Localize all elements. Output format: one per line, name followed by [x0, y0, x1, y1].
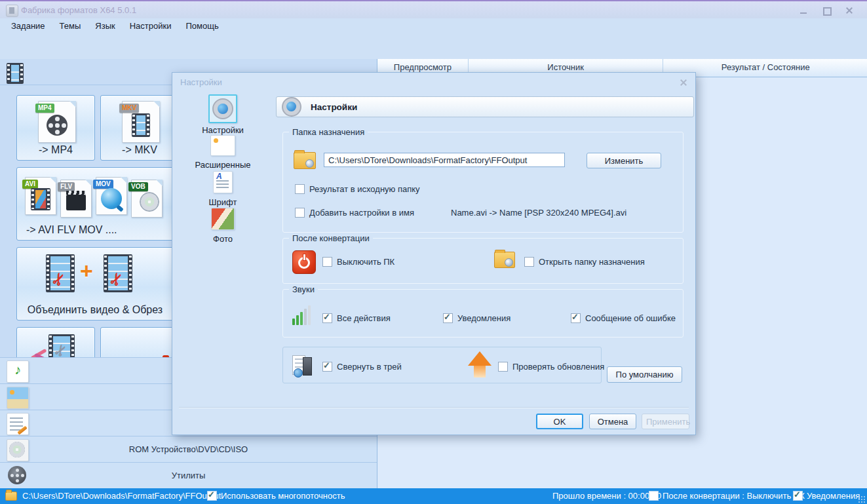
card-to-avi-flv-mov[interactable]: AVI FLV MOV VOB -> AVI FLV MOV .... [16, 167, 174, 241]
maximize-button[interactable] [817, 5, 836, 16]
nav-label: Шрифт [183, 197, 262, 207]
dialog-nav-font[interactable]: Шрифт [183, 171, 262, 207]
mkv-badge: MKV [119, 104, 139, 113]
output-path-input[interactable] [324, 153, 565, 167]
minimize-button[interactable] [794, 5, 813, 16]
power-off-icon [292, 250, 316, 274]
film-reel-icon [47, 115, 67, 136]
dialog-nav-photo[interactable]: Фото [183, 208, 262, 244]
folder-gear-icon [494, 252, 515, 268]
checkbox-icon[interactable] [295, 184, 305, 194]
menu-task[interactable]: Задание [4, 20, 52, 32]
checkbox-notifications[interactable]: Уведомления [443, 313, 511, 323]
disc-icon [140, 192, 159, 212]
statusbar: C:\Users\DTore\Downloads\FormatFactory\F… [0, 488, 867, 504]
statusbar-output-path[interactable]: C:\Users\DTore\Downloads\FormatFactory\F… [5, 491, 221, 501]
statusbar-multithread-checkbox[interactable]: Использовать многопоточность [207, 491, 345, 501]
checkbox-icon[interactable] [498, 362, 508, 372]
checkbox-icon[interactable] [322, 257, 332, 267]
titlebar[interactable]: Фабрика форматов X64 5.0.1 [0, 1, 867, 18]
avi-badge: AVI [22, 180, 38, 189]
cancel-button[interactable]: Отмена [589, 414, 636, 429]
menu-settings[interactable]: Настройки [123, 20, 179, 32]
checkbox-icon[interactable] [443, 313, 453, 323]
checkbox-icon[interactable] [793, 491, 803, 501]
checkbox-icon[interactable] [322, 362, 332, 372]
card-partial[interactable] [100, 327, 179, 357]
checkbox-all-actions[interactable]: Все действия [322, 313, 391, 323]
defaults-button[interactable]: По умолчанию [607, 366, 682, 383]
checkbox-check-updates[interactable]: Проверять обновления [498, 362, 604, 372]
window-title: Фабрика форматов X64 5.0.1 [21, 5, 136, 15]
sound-bars-icon [292, 305, 311, 325]
nav-label: Фото [183, 234, 262, 244]
clapperboard-icon [66, 195, 86, 210]
mov-badge: MOV [93, 180, 113, 189]
menu-language[interactable]: Язык [88, 20, 122, 32]
audio-note-icon [7, 360, 29, 383]
checkbox-icon[interactable] [207, 491, 217, 501]
change-button[interactable]: Изменить [587, 153, 661, 168]
dialog-nav-advanced[interactable]: Расширенные [183, 135, 262, 170]
group-label: После конвертации [289, 233, 373, 243]
menu-themes[interactable]: Темы [52, 20, 88, 32]
card-clip-video-partial[interactable] [16, 327, 95, 357]
checkbox-error-message[interactable]: Сообщение об ошибке [571, 313, 676, 323]
checkbox-open-output-folder[interactable]: Открыть папку назначения [524, 257, 645, 267]
checkbox-result-source-folder[interactable]: Результат в исходную папку [295, 184, 420, 194]
statusbar-shutdown-checkbox[interactable]: После конвертации : Выключить ПК [649, 491, 805, 501]
checkbox-icon[interactable] [571, 313, 581, 323]
checkbox-icon[interactable] [322, 313, 332, 323]
statusbar-notifications-checkbox[interactable]: Уведомления [793, 491, 860, 501]
after-conversion-group: После конвертации Выключить ПК Открыть п… [282, 238, 684, 284]
folder-gear-icon [294, 152, 316, 169]
resize-grip[interactable] [858, 496, 865, 503]
card-label: -> MP4 [17, 144, 94, 156]
picture-icon [210, 135, 235, 156]
checkbox-label: Сообщение об ошибке [585, 313, 676, 323]
checkbox-shutdown-pc[interactable]: Выключить ПК [322, 257, 395, 267]
menu-help[interactable]: Помощь [178, 20, 225, 32]
app-window: Фабрика форматов X64 5.0.1 Задание Темы … [0, 0, 867, 504]
card-label: -> AVI FLV MOV .... [17, 224, 173, 236]
flv-badge: FLV [58, 182, 75, 191]
checkbox-icon[interactable] [649, 491, 659, 501]
card-to-mkv[interactable]: MKV -> MKV [100, 95, 179, 161]
picture-icon [7, 387, 29, 409]
settings-dialog: Настройки Настройки Расширенные Шрифт Фо… [172, 72, 696, 435]
category-label: ROM Устройство\DVD\CD\ISO [0, 444, 377, 454]
divider [179, 407, 689, 408]
checkbox-add-settings-name[interactable]: Добавить настройки в имя [295, 208, 414, 218]
plus-icon [80, 258, 93, 284]
dialog-header-title: Настройки [311, 102, 357, 112]
category-rom-device[interactable]: ROM Устройство\DVD\CD\ISO [0, 436, 377, 463]
dialog-close-button[interactable] [678, 78, 689, 87]
mkv-file-icon: MKV [122, 101, 160, 143]
statusbar-elapsed-time: Прошло времени : 00:00:00 [552, 491, 661, 501]
sample-label: Name.avi -> Name [PSP 320x240 MPEG4].avi [451, 208, 626, 218]
vob-file-icon: VOB [131, 180, 163, 218]
mp4-badge: MP4 [35, 104, 54, 113]
group-label: Папка назначения [289, 127, 368, 137]
mp4-file-icon: MP4 [38, 101, 76, 143]
card-to-mp4[interactable]: MP4 -> MP4 [16, 95, 95, 161]
folder-icon [5, 492, 17, 501]
video-category-icon[interactable] [7, 63, 24, 84]
checkbox-label: Выключить ПК [337, 257, 395, 267]
checkbox-label: Проверять обновления [512, 362, 604, 372]
menubar: Задание Темы Язык Настройки Помощь [0, 18, 867, 33]
statusbar-path-label: C:\Users\DTore\Downloads\FormatFactory\F… [22, 491, 221, 501]
close-button[interactable] [839, 5, 859, 16]
checkbox-icon[interactable] [524, 257, 534, 267]
toolbar: Папка назначения Настройки Удалить Очист… [0, 33, 867, 60]
dialog-nav-settings[interactable]: Настройки [183, 94, 262, 135]
ok-button[interactable]: OK [536, 414, 583, 429]
checkbox-icon[interactable] [295, 208, 305, 218]
category-utilities[interactable]: Утилиты [0, 462, 377, 489]
card-label: Объединить видео & Обрез [17, 304, 173, 316]
dialog-header-band: Настройки [276, 96, 694, 117]
checkbox-label: После конвертации : Выключить ПК [663, 491, 805, 501]
mov-file-icon: MOV [96, 177, 127, 215]
checkbox-minimize-tray[interactable]: Свернуть в трей [322, 362, 402, 372]
card-merge-clip-video[interactable]: Объединить видео & Обрез [16, 247, 174, 320]
